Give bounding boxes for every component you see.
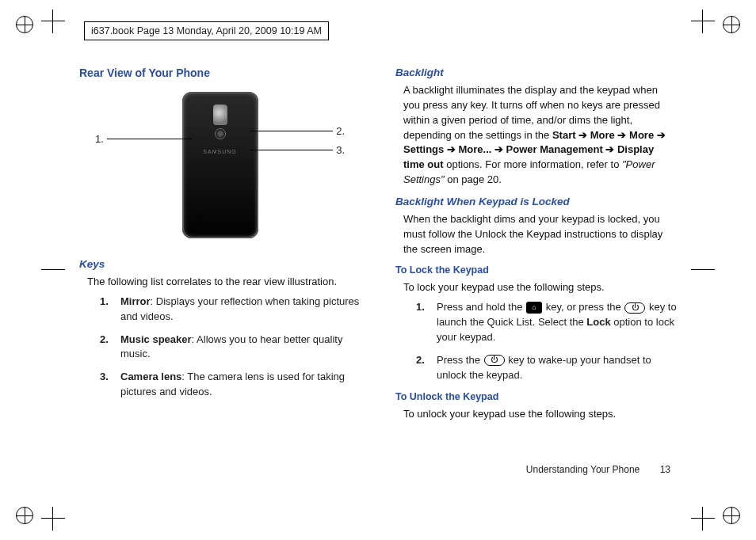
lock-steps-list: 1. Press and hold the ⌂ key, or press th… bbox=[395, 300, 677, 382]
backlight-paragraph: A backlight illuminates the display and … bbox=[395, 83, 677, 188]
crop-mark-icon bbox=[41, 10, 65, 33]
list-item-text: Press and hold the ⌂ key, or press the ⏻… bbox=[437, 300, 677, 345]
heading-keys: Keys bbox=[79, 258, 361, 270]
page-number: 13 bbox=[660, 464, 670, 475]
crop-mark-icon bbox=[691, 258, 715, 282]
registration-mark-icon bbox=[16, 16, 33, 33]
left-column: Rear View of Your Phone SAMSUNG 1. 2. 3.… bbox=[79, 67, 361, 485]
callout-1-label: 1. bbox=[95, 133, 104, 145]
heading-rear-view: Rear View of Your Phone bbox=[79, 67, 361, 79]
page-footer: Understanding Your Phone 13 bbox=[526, 464, 670, 475]
locked-paragraph: When the backlight dims and your keypad … bbox=[395, 212, 677, 257]
callout-2: 2. bbox=[250, 125, 345, 137]
callout-3-label: 3. bbox=[336, 144, 345, 156]
heading-backlight: Backlight bbox=[395, 67, 677, 78]
list-item-number: 2. bbox=[100, 333, 120, 363]
list-item-label: Camera lens bbox=[120, 371, 181, 382]
keys-list: 1. Mirror: Displays your reflection when… bbox=[79, 295, 361, 400]
list-item-text: Press the ⏻ key to wake-up your handset … bbox=[437, 353, 677, 383]
list-item-number: 1. bbox=[416, 300, 437, 345]
registration-mark-icon bbox=[723, 16, 740, 33]
power-key-icon: ⏻ bbox=[484, 355, 505, 366]
list-item-label: Music speaker bbox=[120, 333, 192, 345]
power-key-icon: ⏻ bbox=[624, 302, 645, 314]
header-note: i637.book Page 13 Monday, April 20, 2009… bbox=[84, 21, 329, 40]
registration-mark-icon bbox=[16, 507, 33, 524]
lock-intro: To lock your keypad use the following st… bbox=[395, 280, 677, 295]
heading-backlight-locked: Backlight When Keypad is Locked bbox=[395, 196, 677, 207]
heading-unlock-keypad: To Unlock the Keypad bbox=[395, 391, 677, 402]
list-item-number: 3. bbox=[100, 370, 120, 400]
list-item-label: Mirror bbox=[120, 295, 151, 307]
crop-mark-icon bbox=[41, 507, 65, 530]
list-item: 1. Press and hold the ⌂ key, or press th… bbox=[416, 300, 677, 345]
callout-3: 3. bbox=[250, 144, 345, 156]
page-body: Rear View of Your Phone SAMSUNG 1. 2. 3.… bbox=[79, 67, 677, 485]
home-key-icon: ⌂ bbox=[526, 302, 542, 314]
phone-mirror-icon bbox=[213, 105, 227, 125]
phone-figure: SAMSUNG 1. 2. 3. bbox=[79, 84, 361, 250]
registration-mark-icon bbox=[723, 507, 740, 524]
right-column: Backlight A backlight illuminates the di… bbox=[395, 67, 677, 485]
keys-intro: The following list correlates to the rea… bbox=[79, 275, 361, 290]
crop-mark-icon bbox=[691, 507, 715, 530]
list-item: 1. Mirror: Displays your reflection when… bbox=[100, 295, 361, 325]
crop-mark-icon bbox=[691, 10, 715, 33]
crop-mark-icon bbox=[41, 258, 65, 282]
camera-lens-icon bbox=[215, 128, 226, 139]
callout-1: 1. bbox=[95, 133, 193, 145]
callout-2-label: 2. bbox=[336, 125, 345, 137]
list-item-number: 1. bbox=[100, 295, 120, 325]
list-item-number: 2. bbox=[416, 353, 437, 383]
list-item: 2. Music speaker: Allows you to hear bet… bbox=[100, 333, 361, 363]
phone-brand-label: SAMSUNG bbox=[203, 149, 236, 154]
list-item: 3. Camera lens: The camera lens is used … bbox=[100, 370, 361, 400]
footer-section: Understanding Your Phone bbox=[526, 464, 640, 475]
list-item-text: : Displays your reflection when taking p… bbox=[120, 295, 359, 322]
heading-lock-keypad: To Lock the Keypad bbox=[395, 264, 677, 276]
unlock-intro: To unlock your keypad use the following … bbox=[395, 407, 677, 422]
list-item: 2. Press the ⏻ key to wake-up your hands… bbox=[416, 353, 677, 383]
phone-illustration: SAMSUNG bbox=[182, 92, 258, 238]
